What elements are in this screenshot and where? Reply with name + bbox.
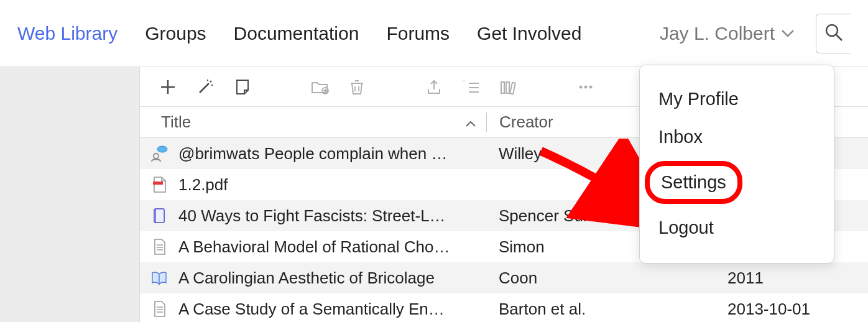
svg-rect-29: [155, 209, 164, 223]
search-input[interactable]: [816, 14, 851, 53]
stacks-icon[interactable]: [498, 76, 519, 98]
nav-links: Web Library Groups Documentation Forums …: [17, 23, 582, 44]
svg-point-5: [210, 80, 212, 82]
nav-documentation[interactable]: Documentation: [234, 23, 359, 44]
cell-title: A Case Study of a Semantically En…: [178, 300, 486, 319]
nav-get-involved[interactable]: Get Involved: [477, 23, 581, 44]
cell-date: 2013-10-01: [715, 300, 868, 319]
svg-point-24: [589, 85, 593, 88]
svg-rect-19: [501, 82, 504, 93]
cell-title: 40 Ways to Fight Fascists: Street-L…: [178, 206, 486, 226]
user-name-label: Jay L. Colbert: [660, 23, 775, 44]
book-icon: [140, 207, 178, 224]
table-row[interactable]: A Case Study of a Semantically En… Barto…: [140, 293, 868, 322]
user-dropdown: My Profile Inbox Settings Logout: [639, 65, 834, 264]
column-header-title[interactable]: Title: [140, 113, 486, 132]
svg-line-4: [200, 83, 209, 93]
table-row[interactable]: A Carolingian Aesthetic of Bricolage Coo…: [140, 262, 868, 293]
search-icon: [824, 22, 844, 45]
svg-rect-21: [510, 82, 515, 94]
trash-icon[interactable]: [346, 76, 367, 98]
book-open-icon: [140, 270, 178, 285]
cell-creator: Barton et al.: [486, 300, 715, 319]
svg-point-6: [207, 79, 208, 80]
svg-point-22: [579, 85, 583, 88]
svg-line-1: [836, 35, 842, 40]
svg-rect-27: [153, 182, 163, 185]
menu-settings[interactable]: Settings: [645, 161, 742, 204]
citation-icon[interactable]: “: [461, 76, 482, 98]
svg-point-7: [211, 84, 213, 85]
cell-creator: Coon: [486, 269, 715, 288]
user-menu-toggle[interactable]: Jay L. Colbert: [660, 23, 795, 44]
add-icon[interactable]: [157, 76, 178, 98]
svg-point-23: [584, 85, 588, 88]
menu-logout[interactable]: Logout: [658, 209, 815, 247]
menu-inbox[interactable]: Inbox: [658, 118, 815, 156]
main-area: “ Title Creator: [0, 67, 868, 322]
wand-icon[interactable]: [195, 76, 216, 98]
column-creator-label: Creator: [499, 113, 553, 131]
top-nav: Web Library Groups Documentation Forums …: [0, 0, 868, 67]
svg-rect-20: [506, 82, 509, 93]
svg-point-25: [154, 154, 159, 159]
svg-text:“: “: [463, 79, 465, 86]
column-title-label: Title: [161, 113, 191, 132]
cell-date: 2011: [715, 269, 868, 288]
content-pane: “ Title Creator: [140, 67, 868, 322]
cell-title: A Behavioral Model of Rational Cho…: [178, 237, 486, 257]
cell-title: @brimwats People complain when …: [178, 144, 486, 163]
more-icon[interactable]: [575, 76, 596, 98]
export-icon[interactable]: [423, 76, 445, 98]
chevron-down-icon: [781, 29, 795, 38]
doc-icon: [140, 238, 178, 255]
pdf-icon: [140, 176, 178, 193]
doc-icon: [140, 300, 178, 318]
forum-post-icon: [140, 145, 178, 162]
svg-point-26: [157, 146, 167, 152]
note-icon[interactable]: [232, 76, 253, 98]
svg-point-0: [826, 25, 838, 36]
folder-add-icon[interactable]: [309, 76, 330, 98]
cell-title: 1.2.pdf: [178, 175, 486, 195]
nav-web-library[interactable]: Web Library: [17, 23, 118, 44]
sort-asc-icon: [465, 113, 476, 132]
nav-groups[interactable]: Groups: [145, 23, 206, 44]
cell-title: A Carolingian Aesthetic of Bricolage: [178, 269, 486, 288]
menu-my-profile[interactable]: My Profile: [658, 80, 815, 118]
sidebar: [0, 67, 140, 322]
nav-forums[interactable]: Forums: [386, 23, 450, 44]
